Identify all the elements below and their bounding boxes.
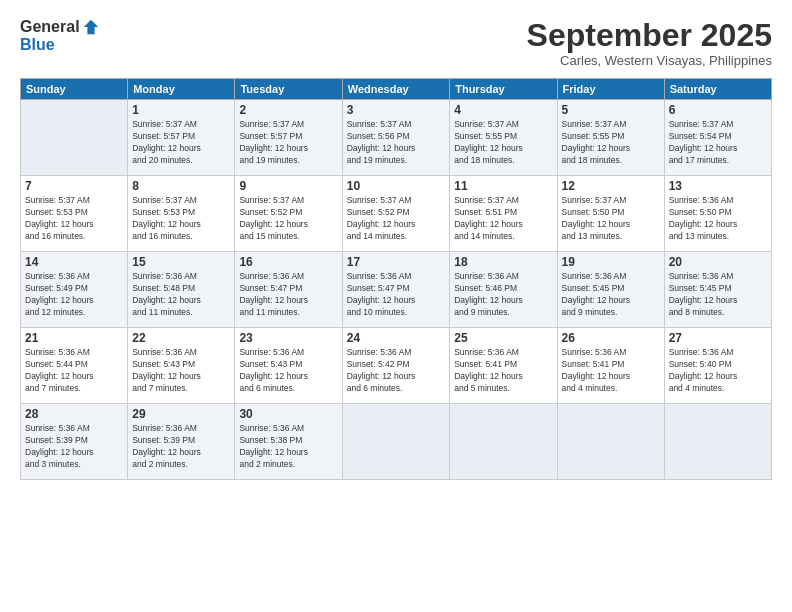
- calendar-cell: 5Sunrise: 5:37 AM Sunset: 5:55 PM Daylig…: [557, 100, 664, 176]
- calendar-cell: 6Sunrise: 5:37 AM Sunset: 5:54 PM Daylig…: [664, 100, 771, 176]
- calendar-cell: 15Sunrise: 5:36 AM Sunset: 5:48 PM Dayli…: [128, 252, 235, 328]
- calendar-cell: 30Sunrise: 5:36 AM Sunset: 5:38 PM Dayli…: [235, 404, 342, 480]
- calendar-cell: 22Sunrise: 5:36 AM Sunset: 5:43 PM Dayli…: [128, 328, 235, 404]
- day-info: Sunrise: 5:36 AM Sunset: 5:42 PM Dayligh…: [347, 347, 446, 395]
- day-info: Sunrise: 5:36 AM Sunset: 5:40 PM Dayligh…: [669, 347, 767, 395]
- calendar-cell: 16Sunrise: 5:36 AM Sunset: 5:47 PM Dayli…: [235, 252, 342, 328]
- weekday-header-monday: Monday: [128, 79, 235, 100]
- day-info: Sunrise: 5:37 AM Sunset: 5:52 PM Dayligh…: [347, 195, 446, 243]
- location: Carles, Western Visayas, Philippines: [527, 53, 772, 68]
- day-info: Sunrise: 5:36 AM Sunset: 5:47 PM Dayligh…: [347, 271, 446, 319]
- month-title: September 2025: [527, 18, 772, 53]
- day-info: Sunrise: 5:36 AM Sunset: 5:47 PM Dayligh…: [239, 271, 337, 319]
- svg-marker-0: [83, 20, 97, 34]
- weekday-header-row: SundayMondayTuesdayWednesdayThursdayFrid…: [21, 79, 772, 100]
- day-number: 12: [562, 179, 660, 193]
- day-info: Sunrise: 5:36 AM Sunset: 5:48 PM Dayligh…: [132, 271, 230, 319]
- title-block: September 2025 Carles, Western Visayas, …: [527, 18, 772, 68]
- day-info: Sunrise: 5:37 AM Sunset: 5:57 PM Dayligh…: [239, 119, 337, 167]
- calendar-cell: 4Sunrise: 5:37 AM Sunset: 5:55 PM Daylig…: [450, 100, 557, 176]
- day-number: 4: [454, 103, 552, 117]
- calendar-week-row: 14Sunrise: 5:36 AM Sunset: 5:49 PM Dayli…: [21, 252, 772, 328]
- day-info: Sunrise: 5:36 AM Sunset: 5:45 PM Dayligh…: [669, 271, 767, 319]
- day-number: 30: [239, 407, 337, 421]
- day-info: Sunrise: 5:37 AM Sunset: 5:57 PM Dayligh…: [132, 119, 230, 167]
- day-info: Sunrise: 5:37 AM Sunset: 5:53 PM Dayligh…: [132, 195, 230, 243]
- calendar-cell: 24Sunrise: 5:36 AM Sunset: 5:42 PM Dayli…: [342, 328, 450, 404]
- day-number: 8: [132, 179, 230, 193]
- day-number: 18: [454, 255, 552, 269]
- day-number: 5: [562, 103, 660, 117]
- calendar-cell: 9Sunrise: 5:37 AM Sunset: 5:52 PM Daylig…: [235, 176, 342, 252]
- logo-icon: [82, 18, 100, 36]
- day-info: Sunrise: 5:36 AM Sunset: 5:43 PM Dayligh…: [132, 347, 230, 395]
- day-info: Sunrise: 5:37 AM Sunset: 5:51 PM Dayligh…: [454, 195, 552, 243]
- day-info: Sunrise: 5:37 AM Sunset: 5:56 PM Dayligh…: [347, 119, 446, 167]
- calendar-cell: 19Sunrise: 5:36 AM Sunset: 5:45 PM Dayli…: [557, 252, 664, 328]
- day-number: 3: [347, 103, 446, 117]
- calendar-week-row: 1Sunrise: 5:37 AM Sunset: 5:57 PM Daylig…: [21, 100, 772, 176]
- calendar-cell: 21Sunrise: 5:36 AM Sunset: 5:44 PM Dayli…: [21, 328, 128, 404]
- calendar-cell: 28Sunrise: 5:36 AM Sunset: 5:39 PM Dayli…: [21, 404, 128, 480]
- day-info: Sunrise: 5:36 AM Sunset: 5:49 PM Dayligh…: [25, 271, 123, 319]
- calendar-cell: 18Sunrise: 5:36 AM Sunset: 5:46 PM Dayli…: [450, 252, 557, 328]
- day-number: 21: [25, 331, 123, 345]
- day-info: Sunrise: 5:36 AM Sunset: 5:44 PM Dayligh…: [25, 347, 123, 395]
- calendar-cell: 27Sunrise: 5:36 AM Sunset: 5:40 PM Dayli…: [664, 328, 771, 404]
- calendar-cell: 29Sunrise: 5:36 AM Sunset: 5:39 PM Dayli…: [128, 404, 235, 480]
- day-number: 22: [132, 331, 230, 345]
- day-info: Sunrise: 5:37 AM Sunset: 5:52 PM Dayligh…: [239, 195, 337, 243]
- weekday-header-friday: Friday: [557, 79, 664, 100]
- calendar-cell: 1Sunrise: 5:37 AM Sunset: 5:57 PM Daylig…: [128, 100, 235, 176]
- day-info: Sunrise: 5:37 AM Sunset: 5:53 PM Dayligh…: [25, 195, 123, 243]
- logo-general: General: [20, 18, 80, 36]
- day-number: 15: [132, 255, 230, 269]
- day-info: Sunrise: 5:37 AM Sunset: 5:55 PM Dayligh…: [562, 119, 660, 167]
- calendar-cell: 2Sunrise: 5:37 AM Sunset: 5:57 PM Daylig…: [235, 100, 342, 176]
- weekday-header-sunday: Sunday: [21, 79, 128, 100]
- calendar-cell: [557, 404, 664, 480]
- day-number: 26: [562, 331, 660, 345]
- calendar-cell: 3Sunrise: 5:37 AM Sunset: 5:56 PM Daylig…: [342, 100, 450, 176]
- calendar-cell: 17Sunrise: 5:36 AM Sunset: 5:47 PM Dayli…: [342, 252, 450, 328]
- day-info: Sunrise: 5:36 AM Sunset: 5:41 PM Dayligh…: [454, 347, 552, 395]
- calendar-cell: 12Sunrise: 5:37 AM Sunset: 5:50 PM Dayli…: [557, 176, 664, 252]
- day-number: 27: [669, 331, 767, 345]
- day-info: Sunrise: 5:36 AM Sunset: 5:41 PM Dayligh…: [562, 347, 660, 395]
- day-number: 25: [454, 331, 552, 345]
- calendar-week-row: 7Sunrise: 5:37 AM Sunset: 5:53 PM Daylig…: [21, 176, 772, 252]
- calendar-cell: 26Sunrise: 5:36 AM Sunset: 5:41 PM Dayli…: [557, 328, 664, 404]
- calendar-table: SundayMondayTuesdayWednesdayThursdayFrid…: [20, 78, 772, 480]
- day-number: 11: [454, 179, 552, 193]
- calendar-cell: 14Sunrise: 5:36 AM Sunset: 5:49 PM Dayli…: [21, 252, 128, 328]
- day-info: Sunrise: 5:36 AM Sunset: 5:45 PM Dayligh…: [562, 271, 660, 319]
- day-number: 29: [132, 407, 230, 421]
- day-number: 1: [132, 103, 230, 117]
- header: General Blue September 2025 Carles, West…: [20, 18, 772, 68]
- day-number: 28: [25, 407, 123, 421]
- day-number: 23: [239, 331, 337, 345]
- logo: General Blue: [20, 18, 100, 54]
- weekday-header-wednesday: Wednesday: [342, 79, 450, 100]
- day-info: Sunrise: 5:37 AM Sunset: 5:50 PM Dayligh…: [562, 195, 660, 243]
- day-info: Sunrise: 5:37 AM Sunset: 5:55 PM Dayligh…: [454, 119, 552, 167]
- day-info: Sunrise: 5:36 AM Sunset: 5:39 PM Dayligh…: [132, 423, 230, 471]
- calendar-cell: 10Sunrise: 5:37 AM Sunset: 5:52 PM Dayli…: [342, 176, 450, 252]
- day-number: 20: [669, 255, 767, 269]
- calendar-cell: 13Sunrise: 5:36 AM Sunset: 5:50 PM Dayli…: [664, 176, 771, 252]
- day-number: 2: [239, 103, 337, 117]
- calendar-cell: 7Sunrise: 5:37 AM Sunset: 5:53 PM Daylig…: [21, 176, 128, 252]
- calendar-cell: 8Sunrise: 5:37 AM Sunset: 5:53 PM Daylig…: [128, 176, 235, 252]
- day-info: Sunrise: 5:37 AM Sunset: 5:54 PM Dayligh…: [669, 119, 767, 167]
- day-number: 7: [25, 179, 123, 193]
- calendar-cell: [21, 100, 128, 176]
- day-number: 19: [562, 255, 660, 269]
- day-number: 17: [347, 255, 446, 269]
- day-number: 14: [25, 255, 123, 269]
- calendar-cell: 25Sunrise: 5:36 AM Sunset: 5:41 PM Dayli…: [450, 328, 557, 404]
- calendar-cell: 11Sunrise: 5:37 AM Sunset: 5:51 PM Dayli…: [450, 176, 557, 252]
- weekday-header-saturday: Saturday: [664, 79, 771, 100]
- calendar-week-row: 28Sunrise: 5:36 AM Sunset: 5:39 PM Dayli…: [21, 404, 772, 480]
- day-info: Sunrise: 5:36 AM Sunset: 5:46 PM Dayligh…: [454, 271, 552, 319]
- weekday-header-thursday: Thursday: [450, 79, 557, 100]
